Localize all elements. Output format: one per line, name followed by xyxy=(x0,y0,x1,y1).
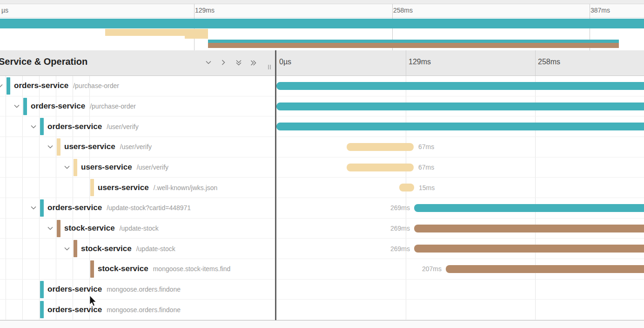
operation-name: /user/verify xyxy=(107,123,138,130)
span-row[interactable]: orders-service/update-stock?cartid=44897… xyxy=(0,198,644,219)
panel-divider[interactable] xyxy=(275,50,276,320)
span-row-timeline-cell[interactable]: 269ms xyxy=(276,239,644,259)
span-row-name-cell[interactable]: users-service/user/verify xyxy=(0,157,275,178)
span-duration-label: 67ms xyxy=(418,164,434,171)
span-row-label: stock-service/update-stock xyxy=(81,244,175,253)
span-duration-bar[interactable] xyxy=(399,184,414,191)
span-row[interactable]: orders-service/user/verify xyxy=(0,116,644,137)
service-color-bar xyxy=(7,77,10,95)
span-row[interactable]: users-service/.well-known/jwks.json15ms xyxy=(0,178,644,198)
span-row-label: users-service/user/verify xyxy=(64,142,152,151)
span-duration-label: 15ms xyxy=(419,184,435,191)
service-name: orders-service xyxy=(31,102,85,110)
minimap-tick-label: µs xyxy=(1,7,8,14)
span-row-timeline-cell[interactable] xyxy=(276,116,644,137)
span-row[interactable]: stock-service/update-stock269ms xyxy=(0,239,644,259)
span-expand-chevron-icon[interactable] xyxy=(47,143,54,150)
span-row-name-cell[interactable]: users-service/.well-known/jwks.json xyxy=(0,178,275,198)
span-duration-bar[interactable] xyxy=(347,143,414,151)
span-expand-chevron-icon[interactable] xyxy=(47,225,54,232)
span-row[interactable]: users-service/user/verify67ms xyxy=(0,137,644,157)
service-color-bar xyxy=(57,220,60,237)
span-row-timeline-cell[interactable]: 269ms xyxy=(276,198,644,218)
span-expand-chevron-icon[interactable] xyxy=(63,245,71,253)
span-row-name-cell[interactable]: users-service/user/verify xyxy=(0,137,275,157)
span-duration-label: 67ms xyxy=(418,143,434,150)
span-duration-bar[interactable] xyxy=(414,204,644,212)
service-color-bar xyxy=(23,98,27,115)
operation-name: /purchase-order xyxy=(73,82,119,89)
span-row[interactable]: orders-service/purchase-order xyxy=(0,76,644,96)
service-color-bar xyxy=(40,281,44,298)
double-chevron-down-icon[interactable] xyxy=(235,59,243,67)
span-rows-container: orders-service/purchase-orderorders-serv… xyxy=(0,76,644,320)
operation-name: /.well-known/jwks.json xyxy=(154,184,218,191)
operation-name: mongoose.orders.findone xyxy=(107,286,181,293)
minimap-tick-label: 129ms xyxy=(195,7,215,14)
span-expand-chevron-icon[interactable] xyxy=(0,82,4,89)
span-row-label: orders-service/update-stock?cartid=44897… xyxy=(47,203,191,212)
service-name: stock-service xyxy=(81,244,132,253)
span-duration-bar[interactable] xyxy=(276,123,644,130)
service-color-bar xyxy=(90,179,94,196)
span-expand-chevron-icon[interactable] xyxy=(63,164,71,171)
operation-name: /user/verify xyxy=(137,164,168,171)
span-row-label: users-service/.well-known/jwks.json xyxy=(98,183,217,192)
span-row-label: users-service/user/verify xyxy=(81,163,168,172)
span-row-timeline-cell[interactable] xyxy=(276,76,644,96)
span-row[interactable]: stock-service/update-stock269ms xyxy=(0,219,644,239)
service-operation-title: Service & Operation xyxy=(0,56,87,67)
span-row-timeline-cell[interactable]: 67ms xyxy=(276,157,644,178)
service-name: orders-service xyxy=(14,81,68,90)
span-row-timeline-cell[interactable] xyxy=(276,300,644,320)
span-row-label: orders-servicemongoose.orders.findone xyxy=(47,305,181,314)
span-duration-bar[interactable] xyxy=(347,164,414,171)
span-duration-bar[interactable] xyxy=(276,82,644,90)
chevron-right-icon[interactable] xyxy=(220,59,228,67)
chevron-down-icon[interactable] xyxy=(205,59,213,67)
minimap-span-update-stock xyxy=(208,40,619,43)
span-row-name-cell[interactable]: stock-service/update-stock xyxy=(0,239,275,259)
operation-name: /update-stock xyxy=(120,225,159,232)
span-duration-label: 269ms xyxy=(390,245,410,253)
service-color-bar xyxy=(90,260,94,278)
span-row-timeline-cell[interactable]: 15ms xyxy=(276,178,644,198)
span-duration-bar[interactable] xyxy=(414,225,644,232)
double-chevron-right-icon[interactable] xyxy=(249,59,258,67)
span-row-timeline-cell[interactable] xyxy=(276,96,644,116)
span-row-timeline-cell[interactable]: 207ms xyxy=(276,259,644,279)
minimap-tick-label: 387ms xyxy=(590,7,610,14)
span-row-name-cell[interactable]: orders-service/update-stock?cartid=44897… xyxy=(0,198,275,218)
service-name: stock-service xyxy=(64,224,115,232)
span-expand-chevron-icon[interactable] xyxy=(30,123,37,130)
minimap-span-jwks xyxy=(185,36,208,39)
span-row-name-cell[interactable]: orders-servicemongoose.orders.findone xyxy=(0,300,275,320)
span-row-name-cell[interactable]: orders-servicemongoose.orders.findone xyxy=(0,280,275,300)
span-row-timeline-cell[interactable]: 269ms xyxy=(276,219,644,239)
span-duration-label: 269ms xyxy=(390,225,410,232)
span-duration-bar[interactable] xyxy=(414,245,644,253)
span-row-timeline-cell[interactable] xyxy=(276,280,644,300)
operation-name: mongoose.stock-items.find xyxy=(153,265,231,273)
service-color-bar xyxy=(40,118,44,135)
ruler-tick-label: 258ms xyxy=(538,58,560,66)
span-expand-chevron-icon[interactable] xyxy=(30,204,37,212)
span-row-name-cell[interactable]: orders-service/purchase-order xyxy=(0,96,275,116)
operation-name: /update-stock xyxy=(136,245,175,253)
span-row-timeline-cell[interactable]: 67ms xyxy=(276,137,644,157)
span-row-name-cell[interactable]: orders-service/purchase-order xyxy=(0,76,275,96)
span-expand-chevron-icon[interactable] xyxy=(13,102,20,110)
span-row[interactable]: stock-servicemongoose.stock-items.find20… xyxy=(0,259,644,280)
column-resize-grip[interactable] xyxy=(268,65,272,69)
span-duration-bar[interactable] xyxy=(276,102,644,110)
span-duration-bar[interactable] xyxy=(446,265,644,273)
span-row[interactable]: orders-service/purchase-order xyxy=(0,96,644,117)
minimap-tick-label: 258ms xyxy=(393,7,413,14)
span-row-label: orders-servicemongoose.orders.findone xyxy=(47,285,181,294)
service-name: users-service xyxy=(81,163,132,171)
span-row-name-cell[interactable]: orders-service/user/verify xyxy=(0,116,275,137)
trace-minimap[interactable]: µs129ms258ms387ms xyxy=(0,0,644,50)
span-row-name-cell[interactable]: stock-servicemongoose.stock-items.find xyxy=(0,259,275,279)
span-row[interactable]: users-service/user/verify67ms xyxy=(0,157,644,178)
span-row-name-cell[interactable]: stock-service/update-stock xyxy=(0,219,275,239)
